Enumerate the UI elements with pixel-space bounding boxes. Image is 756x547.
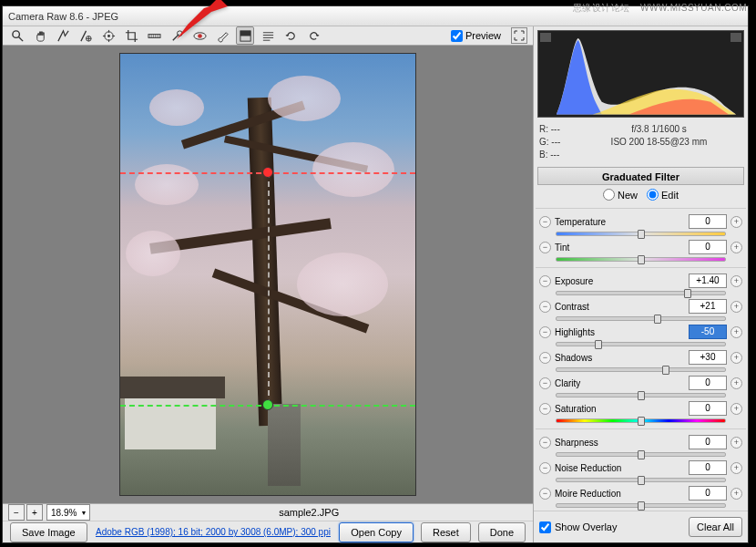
clarity-slider[interactable]	[556, 393, 726, 397]
contrast-thumb[interactable]	[654, 315, 661, 324]
aperture-shutter: f/3.8 1/1600 s	[576, 123, 742, 136]
noise-thumb[interactable]	[638, 476, 645, 485]
tint-minus[interactable]: −	[539, 242, 551, 253]
tint-plus[interactable]: +	[730, 242, 742, 253]
tint-thumb[interactable]	[638, 255, 645, 264]
contrast-value[interactable]: +21	[689, 299, 727, 314]
contrast-plus[interactable]: +	[730, 301, 742, 313]
noise-value[interactable]: 0	[689, 460, 727, 475]
toolbar: Preview	[3, 26, 533, 46]
highlights-thumb[interactable]	[595, 340, 602, 349]
gradient-end-handle[interactable]	[262, 399, 273, 410]
gradient-start-handle[interactable]	[262, 167, 273, 178]
preview-checkbox[interactable]: Preview	[451, 30, 501, 42]
clarity-value[interactable]: 0	[689, 376, 727, 390]
tint-label: Tint	[555, 243, 685, 253]
color-sampler-tool-icon[interactable]	[77, 26, 95, 45]
histogram[interactable]	[537, 30, 744, 118]
saturation-plus[interactable]: +	[730, 403, 742, 415]
shadows-slider[interactable]	[556, 367, 726, 372]
exposure-label: Exposure	[555, 276, 685, 286]
window-title: Camera Raw 8.6 - JPEG	[8, 11, 118, 22]
exposure-thumb[interactable]	[684, 289, 691, 298]
highlights-slider[interactable]	[556, 342, 726, 346]
moire-slider[interactable]	[556, 503, 726, 508]
zoom-in-button[interactable]: +	[26, 504, 43, 521]
temperature-plus[interactable]: +	[730, 216, 742, 228]
exposure-minus[interactable]: −	[539, 275, 551, 287]
highlights-value[interactable]: -50	[689, 325, 727, 339]
moire-minus[interactable]: −	[539, 488, 551, 500]
sharpness-plus[interactable]: +	[730, 437, 742, 449]
highlights-plus[interactable]: +	[730, 326, 742, 338]
fullscreen-button[interactable]	[511, 27, 527, 44]
save-image-button[interactable]: Save Image	[10, 522, 87, 542]
clarity-thumb[interactable]	[638, 391, 645, 400]
exposure-value[interactable]: +1.40	[689, 274, 727, 288]
temperature-slider[interactable]	[556, 232, 726, 236]
clear-all-button[interactable]: Clear All	[689, 517, 742, 537]
straighten-tool-icon[interactable]	[145, 26, 163, 45]
reset-button[interactable]: Reset	[421, 522, 471, 542]
saturation-thumb[interactable]	[638, 417, 645, 426]
white-balance-tool-icon[interactable]	[54, 26, 72, 45]
zoom-out-button[interactable]: −	[8, 504, 25, 521]
tint-value[interactable]: 0	[689, 240, 727, 254]
watermark: 思缘设计论坛 WWW.MISSYUAN.COM	[573, 2, 747, 15]
hand-tool-icon[interactable]	[31, 26, 49, 45]
shadows-thumb[interactable]	[662, 366, 669, 375]
radial-filter-tool-icon[interactable]	[259, 26, 277, 45]
exposure-slider[interactable]	[556, 291, 726, 295]
saturation-slider[interactable]	[556, 418, 726, 423]
exposure-plus[interactable]: +	[730, 275, 742, 287]
canvas-area	[3, 46, 533, 503]
targeted-adjustment-tool-icon[interactable]	[99, 26, 117, 45]
temperature-minus[interactable]: −	[539, 216, 551, 228]
contrast-slider[interactable]	[556, 316, 726, 321]
graduated-filter-tool-icon[interactable]	[236, 26, 254, 45]
saturation-value[interactable]: 0	[689, 401, 727, 416]
temperature-value[interactable]: 0	[689, 214, 727, 229]
crop-tool-icon[interactable]	[122, 26, 140, 45]
sharpness-label: Sharpness	[555, 438, 685, 448]
annotation-arrow	[164, 0, 228, 45]
contrast-minus[interactable]: −	[539, 301, 551, 313]
shadows-value[interactable]: +30	[689, 350, 727, 365]
right-panel: R: --- G: --- B: --- f/3.8 1/1600 s ISO …	[533, 26, 748, 542]
clarity-plus[interactable]: +	[730, 377, 742, 389]
temperature-thumb[interactable]	[638, 230, 645, 239]
workflow-options-link[interactable]: Adobe RGB (1998); 16 bit; 2000 by 3008 (…	[95, 527, 332, 537]
noise-slider[interactable]	[556, 478, 726, 482]
moire-value[interactable]: 0	[689, 486, 727, 501]
new-radio[interactable]: New	[603, 189, 638, 201]
highlights-minus[interactable]: −	[539, 326, 551, 338]
saturation-label: Saturation	[555, 404, 685, 414]
tint-slider[interactable]	[556, 257, 726, 262]
open-copy-button[interactable]: Open Copy	[339, 522, 414, 542]
noise-plus[interactable]: +	[730, 462, 742, 474]
noise-minus[interactable]: −	[539, 462, 551, 474]
show-overlay-checkbox[interactable]	[539, 521, 551, 533]
bottom-bar: Save Image Adobe RGB (1998); 16 bit; 200…	[3, 521, 533, 542]
zoom-select[interactable]: 18.9%	[46, 504, 90, 521]
shadows-minus[interactable]: −	[539, 352, 551, 364]
sharpness-slider[interactable]	[556, 452, 726, 457]
sharpness-thumb[interactable]	[638, 450, 645, 459]
zoom-tool-icon[interactable]	[8, 26, 26, 45]
sharpness-minus[interactable]: −	[539, 437, 551, 449]
gradient-axis[interactable]	[268, 172, 270, 405]
rotate-ccw-icon[interactable]	[281, 26, 300, 45]
clarity-label: Clarity	[555, 378, 685, 388]
edit-radio[interactable]: Edit	[647, 189, 679, 201]
shadows-plus[interactable]: +	[730, 352, 742, 364]
saturation-minus[interactable]: −	[539, 403, 551, 415]
moire-thumb[interactable]	[638, 501, 645, 511]
clarity-minus[interactable]: −	[539, 377, 551, 389]
sharpness-value[interactable]: 0	[689, 435, 727, 449]
done-button[interactable]: Done	[478, 522, 526, 542]
image-preview[interactable]	[119, 53, 416, 496]
rotate-cw-icon[interactable]	[304, 26, 322, 45]
iso-lens: ISO 200 18-55@23 mm	[576, 136, 742, 149]
moire-plus[interactable]: +	[730, 488, 742, 500]
svg-line-2	[18, 36, 23, 41]
